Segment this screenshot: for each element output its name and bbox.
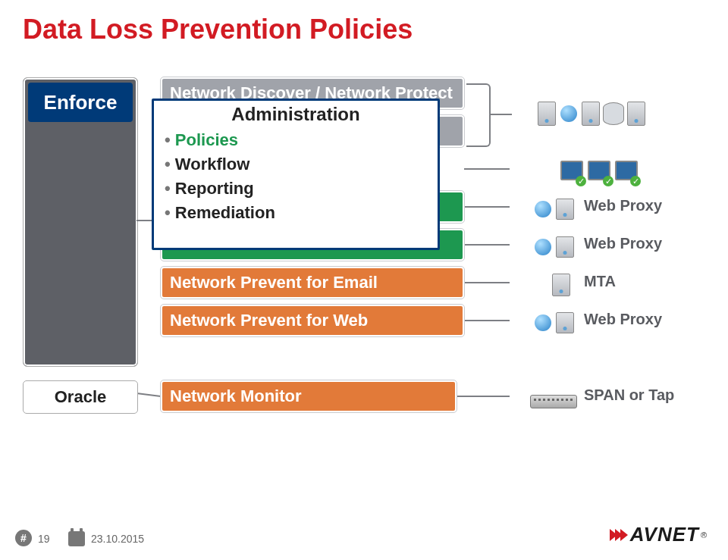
connector-prevent-email <box>464 282 510 283</box>
logo-text: AVNET <box>630 523 699 546</box>
globe-icon <box>535 314 551 331</box>
monitor-icon: ✓ <box>560 161 583 180</box>
slide-date: 23.10.2015 <box>91 533 144 545</box>
server-icon <box>556 199 574 220</box>
label-web-proxy-2: Web Proxy <box>584 235 662 252</box>
globe-icon <box>535 201 551 217</box>
page-hash-icon: # <box>15 530 32 546</box>
slide: Data Loss Prevention Policies Enforce Or… <box>0 0 728 560</box>
server-icon <box>556 236 574 258</box>
label-mta: MTA <box>584 273 616 290</box>
server-icon <box>556 312 574 333</box>
connector-monitor <box>457 396 510 397</box>
network-switch-icon <box>530 395 577 408</box>
check-icon: ✓ <box>603 176 613 186</box>
database-icon <box>603 102 624 125</box>
connector-mobile-email <box>464 244 510 246</box>
server-icon <box>582 102 600 126</box>
calendar-icon <box>68 531 85 546</box>
oracle-box: Oracle <box>23 380 138 414</box>
globe-icon <box>560 105 577 122</box>
icon-endpoints: ✓ ✓ ✓ <box>531 155 667 186</box>
bracket-arm <box>489 114 512 115</box>
icon-servers-storage <box>516 99 667 129</box>
icon-switch <box>519 386 588 417</box>
label-web-proxy-3: Web Proxy <box>584 311 662 328</box>
box-network-monitor: Network Monitor <box>161 380 457 412</box>
box-network-prevent-web: Network Prevent for Web <box>161 305 464 336</box>
label-web-proxy-1: Web Proxy <box>584 197 662 214</box>
icon-web-proxy <box>519 194 588 224</box>
server-icon <box>552 274 570 296</box>
avnet-logo: AVNET ® <box>610 523 707 546</box>
icon-web-proxy <box>519 308 588 338</box>
administration-panel: Administration Policies Workflow Reporti… <box>152 99 440 250</box>
enforce-panel: Enforce <box>23 77 138 367</box>
admin-item-policies: Policies <box>165 128 427 152</box>
connector-mobile-prevent <box>464 206 510 208</box>
chevron-icon <box>620 529 628 541</box>
icon-web-proxy <box>519 232 588 262</box>
admin-item-workflow: Workflow <box>165 152 427 177</box>
check-icon: ✓ <box>576 176 586 186</box>
server-icon <box>538 102 556 126</box>
administration-list: Policies Workflow Reporting Remediation <box>165 128 427 225</box>
slide-footer: # 19 23.10.2015 AVNET ® <box>0 524 728 546</box>
enforce-label: Enforce <box>28 83 133 122</box>
admin-item-remediation: Remediation <box>165 201 427 225</box>
connector-prevent-web <box>464 320 510 321</box>
label-span-tap: SPAN or Tap <box>584 386 674 404</box>
check-icon: ✓ <box>630 176 641 186</box>
globe-icon <box>535 239 551 255</box>
slide-title: Data Loss Prevention Policies <box>23 14 413 45</box>
server-icon <box>627 102 645 126</box>
monitor-icon: ✓ <box>615 161 638 180</box>
bracket-discover <box>466 83 491 147</box>
page-number: 19 <box>38 533 50 545</box>
connector-endpoint <box>464 168 510 170</box>
administration-title: Administration <box>165 104 427 125</box>
admin-item-reporting: Reporting <box>165 177 427 201</box>
connector-oracle <box>136 393 161 397</box>
registered-mark: ® <box>701 530 707 540</box>
monitor-icon: ✓ <box>588 161 610 180</box>
box-network-prevent-email: Network Prevent for Email <box>161 267 464 299</box>
